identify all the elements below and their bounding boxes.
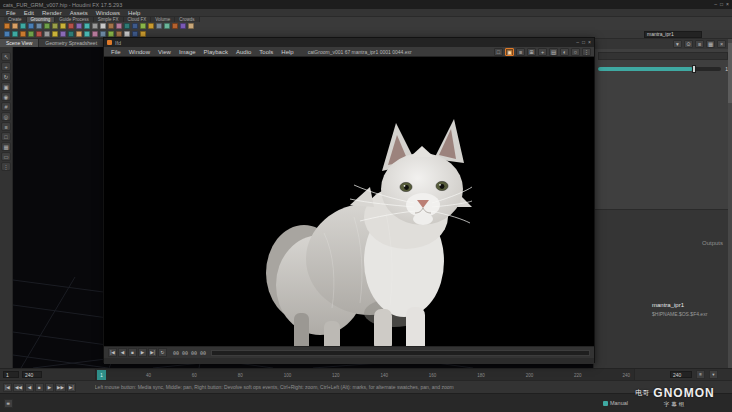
shelf-tab[interactable]: Volume: [151, 17, 175, 22]
shelf-tool-icon[interactable]: [124, 23, 130, 29]
shelf-tool-icon[interactable]: [188, 23, 194, 29]
expand-icon[interactable]: ▾: [673, 40, 682, 48]
measure-tool-icon[interactable]: ▭: [1, 152, 11, 161]
shelf-tool-icon[interactable]: [164, 23, 170, 29]
timeline-menu-button[interactable]: ≡: [696, 370, 705, 379]
handle-tool-icon[interactable]: ◉: [1, 92, 11, 101]
mplay-menu-image[interactable]: Image: [175, 49, 200, 55]
zoom-icon[interactable]: ○: [571, 48, 580, 56]
view-tool-icon[interactable]: ◎: [1, 112, 11, 121]
next-keyframe-button[interactable]: ▶▶: [55, 383, 66, 392]
shelf-tool-icon[interactable]: [36, 31, 42, 37]
shelf-tool-icon[interactable]: [92, 31, 98, 37]
loop-button[interactable]: ↻: [158, 348, 167, 357]
mplay-titlebar[interactable]: Ifd –□×: [104, 38, 594, 47]
go-end-button[interactable]: ▶|: [67, 383, 76, 392]
list-icon[interactable]: ≡: [695, 40, 704, 48]
mplay-menu-audio[interactable]: Audio: [232, 49, 255, 55]
parameter-slider[interactable]: [598, 67, 721, 71]
shelf-tool-icon[interactable]: [92, 23, 98, 29]
maximize-icon[interactable]: □: [720, 2, 723, 7]
shelf-tool-icon[interactable]: [20, 23, 26, 29]
shelf-tool-icon[interactable]: [180, 23, 186, 29]
menu-item-edit[interactable]: Edit: [20, 10, 38, 16]
channel-list-icon[interactable]: ≡: [516, 48, 525, 56]
shelf-tool-icon[interactable]: [140, 23, 146, 29]
options-icon[interactable]: ⋮: [1, 162, 11, 171]
menu-item-help[interactable]: Help: [124, 10, 144, 16]
shelf-tab[interactable]: Crowds: [175, 17, 199, 22]
shelf-tool-icon[interactable]: [44, 23, 50, 29]
shelf-tool-icon[interactable]: [172, 23, 178, 29]
shelf-tool-icon[interactable]: [84, 23, 90, 29]
frame-end-field[interactable]: 240: [22, 371, 42, 378]
frame-range-end-field[interactable]: 240: [670, 371, 692, 378]
rotate-tool-icon[interactable]: ↻: [1, 72, 11, 81]
shelf-tab[interactable]: Cloud FX: [124, 17, 152, 22]
shelf-tab[interactable]: Create: [4, 17, 27, 22]
go-start-button[interactable]: |◀: [3, 383, 12, 392]
shelf-tab[interactable]: Simple FX: [94, 17, 124, 22]
stop-button[interactable]: ■: [35, 383, 44, 392]
shelf-tool-icon[interactable]: [68, 23, 74, 29]
pane-tab[interactable]: Scene View: [0, 39, 39, 47]
shelf-tool-icon[interactable]: [36, 23, 42, 29]
shelf-tool-icon[interactable]: [12, 23, 18, 29]
shelf-tool-icon[interactable]: [76, 23, 82, 29]
menu-item-render[interactable]: Render: [38, 10, 66, 16]
mplay-menu-file[interactable]: File: [107, 49, 125, 55]
pane-tab[interactable]: Geometry Spreadsheet: [39, 39, 104, 47]
scrollbar-thumb[interactable]: [728, 43, 732, 103]
shelf-tool-icon[interactable]: [4, 31, 10, 37]
scale-tool-icon[interactable]: ▣: [1, 82, 11, 91]
shelf-tool-icon[interactable]: [116, 23, 122, 29]
status-menu-button[interactable]: ≣: [4, 399, 13, 408]
pin-icon[interactable]: ⊙: [684, 40, 693, 48]
play-reverse-button[interactable]: ◀: [25, 383, 34, 392]
mplay-menu-view[interactable]: View: [154, 49, 175, 55]
shelf-tool-icon[interactable]: [100, 23, 106, 29]
brush-tool-icon[interactable]: ≡: [1, 122, 11, 131]
shelf-tool-icon[interactable]: [28, 23, 34, 29]
shelf-tool-icon[interactable]: [148, 23, 154, 29]
histogram-icon[interactable]: ▤: [549, 48, 558, 56]
mplay-menu-playback[interactable]: Playback: [200, 49, 232, 55]
parameter-text-field[interactable]: [598, 52, 728, 60]
shelf-tab[interactable]: Guide Process: [55, 17, 94, 22]
jump-start-button[interactable]: |◀: [108, 348, 117, 357]
mplay-menu-tools[interactable]: Tools: [255, 49, 277, 55]
shelf-tool-icon[interactable]: [132, 23, 138, 29]
shelf-tool-icon[interactable]: [52, 31, 58, 37]
minimize-icon[interactable]: –: [714, 2, 717, 7]
menu-item-file[interactable]: File: [2, 10, 20, 16]
snap-tool-icon[interactable]: #: [1, 102, 11, 111]
shelf-tool-icon[interactable]: [4, 23, 10, 29]
menu-item-windows[interactable]: Windows: [92, 10, 124, 16]
shelf-tool-icon[interactable]: [108, 23, 114, 29]
render-node-field[interactable]: mantra_ipr1: [644, 31, 702, 38]
mplay-timeline-strip[interactable]: [211, 350, 590, 356]
mplay-menu-help[interactable]: Help: [277, 49, 297, 55]
jump-end-button[interactable]: ▶|: [148, 348, 157, 357]
shelf-tool-icon[interactable]: [12, 31, 18, 37]
mplay-close-icon[interactable]: ×: [588, 40, 591, 45]
frame-start-field[interactable]: 1: [3, 371, 19, 378]
shelf-tool-icon[interactable]: [28, 31, 34, 37]
prev-keyframe-button[interactable]: ◀◀: [13, 383, 24, 392]
ab-compare-icon[interactable]: ▣: [505, 48, 514, 56]
shelf-tool-icon[interactable]: [84, 31, 90, 37]
move-tool-icon[interactable]: +: [1, 62, 11, 71]
shelf-tool-icon[interactable]: [20, 31, 26, 37]
shelf-tool-icon[interactable]: [44, 31, 50, 37]
inspect-pixel-icon[interactable]: +: [538, 48, 547, 56]
shelf-tool-icon[interactable]: [76, 31, 82, 37]
preferences-icon[interactable]: ⋮: [582, 48, 591, 56]
play-button[interactable]: ▶: [45, 383, 54, 392]
tile-layout-icon[interactable]: ⊞: [527, 48, 536, 56]
sculpt-tool-icon[interactable]: □: [1, 132, 11, 141]
shelf-tab[interactable]: Grooming: [27, 17, 56, 22]
layout-icon[interactable]: ▦: [706, 40, 715, 48]
menu-item-assets[interactable]: Assets: [66, 10, 92, 16]
mplay-image-area[interactable]: [104, 57, 594, 346]
shelf-tool-icon[interactable]: [60, 23, 66, 29]
